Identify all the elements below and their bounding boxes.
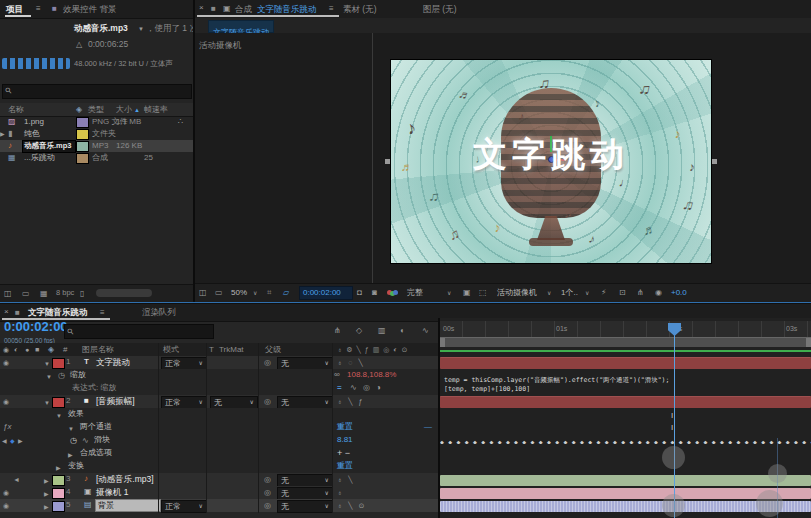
label-swatch[interactable] <box>52 397 65 408</box>
reset-link[interactable]: 重置 <box>337 421 353 433</box>
comp-options-buttons[interactable]: + − <box>337 447 350 459</box>
property-group-effects[interactable]: ▼ 效果 <box>0 408 438 421</box>
group-label[interactable]: 合成选项 <box>80 447 112 459</box>
playhead-line[interactable] <box>674 324 675 518</box>
layer-switches[interactable]: ♁╲⊙ <box>337 501 370 511</box>
stopwatch-icon[interactable]: ◷ <box>58 371 65 381</box>
slider-keyframes[interactable]: ◆ ◆ ◆ ◆ ◆ ◆ ◆ ◆ ◆ ◆ ◆ ◆ ◆ ◆ ◆ ◆ ◆ ◆ ◆ ◆ … <box>440 436 811 444</box>
zoom-chevron-icon[interactable]: ∨ <box>253 288 257 298</box>
work-area-bar[interactable] <box>440 337 811 347</box>
exposure-icon[interactable]: ◉ <box>655 288 662 298</box>
panel-menu-icon[interactable]: ≡ <box>36 4 41 14</box>
layer-row-background[interactable]: ◉ ▶ 5 ▤ 背景 正常∨ ◎ 无∨ ♁╲⊙ <box>0 499 438 512</box>
layer-name[interactable]: [音频振幅] <box>96 395 135 407</box>
layer-name[interactable]: 文字跳动 <box>96 356 130 368</box>
main-viewer-icon[interactable]: ▭ <box>215 288 223 298</box>
effect-row-both-channels[interactable]: ƒx ▼ 两个通道 重置 — <box>0 421 438 434</box>
eye-icon[interactable]: ◉ <box>3 397 9 407</box>
expression-link-icon[interactable]: ∞ <box>334 370 340 380</box>
expander-icon[interactable]: ▼ <box>56 411 62 421</box>
new-folder-icon[interactable]: ▭ <box>22 289 30 299</box>
roi-icon[interactable]: ▱ <box>283 288 289 298</box>
speaker-icon[interactable]: ◄ <box>13 475 20 485</box>
view-select[interactable]: 活动摄像机 <box>497 287 537 299</box>
expander-icon[interactable]: ▶ <box>44 489 49 499</box>
pickwhip-icon[interactable]: ◎ <box>264 397 271 407</box>
timeline-menu-icon[interactable]: ≡ <box>100 308 105 318</box>
property-row-slider[interactable]: ◀ ◆ ▶ ◷ ∿ 滑块 8.81 <box>0 434 438 447</box>
show-snapshot-icon[interactable]: ◙ <box>372 288 377 298</box>
viewer-menu-icon[interactable]: ≡ <box>329 4 334 14</box>
tab-effect-controls[interactable]: 效果控件 背景 <box>63 3 116 15</box>
layer-name-edit-field[interactable]: 背景 <box>95 499 161 512</box>
tab-timeline-active[interactable]: 文字随音乐跳动 <box>28 306 88 318</box>
label-swatch[interactable] <box>76 117 89 128</box>
tab-render-queue[interactable]: 渲染队列 <box>142 306 176 318</box>
expander-icon[interactable]: ▼ <box>44 359 50 369</box>
bpc-label[interactable]: 8 bpc <box>56 287 74 299</box>
project-row[interactable]: ▨ 1.png PNG 文件 1.1 MB ∴ <box>0 116 193 128</box>
fast-preview-icon[interactable]: ⚡ <box>601 288 607 298</box>
ruler-grid-icon[interactable]: ⌗ <box>267 288 272 298</box>
project-search-input[interactable] <box>2 84 192 99</box>
layer-name[interactable]: [动感音乐.mp3] <box>96 473 154 485</box>
expander-icon[interactable]: ▼ <box>68 424 74 434</box>
composition-mini-flowchart-icon[interactable]: ⋔ <box>334 326 341 336</box>
column-divider[interactable] <box>206 343 207 513</box>
label-swatch[interactable] <box>52 488 65 499</box>
col-parent[interactable]: 父级 <box>265 344 281 356</box>
footage-dropdown-icon[interactable]: ▼ <box>138 24 144 34</box>
track-area[interactable]: 00s 01s 02s 03s temp = thisComp.layer("音… <box>440 318 811 518</box>
layer-switches[interactable]: ♁◌╲ <box>337 358 369 368</box>
exposure-value[interactable]: +0.0 <box>671 287 687 299</box>
slider-value[interactable]: 8.81 <box>337 434 353 446</box>
target-region-icon[interactable]: ▣ <box>463 288 471 298</box>
layer-row-text[interactable]: ◉ ▼ 1 T 文字跳动 正常∨ ◎ 无∨ ♁◌╲ <box>0 356 438 369</box>
column-divider[interactable] <box>158 343 159 513</box>
eye-icon[interactable]: ◉ <box>3 358 9 368</box>
col-t[interactable]: T <box>209 344 214 356</box>
pickwhip-icon[interactable]: ◎ <box>264 488 271 498</box>
lock-icon[interactable]: ▣ <box>223 4 231 14</box>
tab-comp-name[interactable]: 文字随音乐跳动 <box>257 3 317 15</box>
layer-row-camera[interactable]: ◉ ▶ 4 ▣ 摄像机 1 ◎ 无∨ ♁ <box>0 486 438 499</box>
layer-bar-music[interactable] <box>440 475 811 486</box>
label-column-icon[interactable]: ◈ <box>76 105 82 115</box>
close-icon[interactable]: × <box>4 307 9 317</box>
stopwatch-icon[interactable]: ◷ <box>70 436 77 446</box>
channels-icon[interactable] <box>387 290 399 296</box>
label-swatch[interactable] <box>76 129 89 140</box>
layer-handle-left[interactable] <box>385 159 390 164</box>
group-label[interactable]: 变换 <box>68 460 84 472</box>
layout-select[interactable]: 1个.. <box>561 287 578 299</box>
property-group-comp-options[interactable]: ▶ 合成选项 + − <box>0 447 438 460</box>
scale-value[interactable]: 108.8,108.8% <box>347 369 396 381</box>
col-trkmat[interactable]: TrkMat <box>219 344 244 356</box>
label-swatch[interactable] <box>52 501 65 512</box>
view-label[interactable]: 活动摄像机 <box>199 39 242 51</box>
footage-name[interactable]: 动感音乐.mp3 <box>74 22 128 34</box>
pickwhip-icon[interactable]: ◎ <box>264 501 271 511</box>
property-row-expression[interactable]: 表达式: 缩放 = ∿ ◎ ◑ <box>0 382 438 395</box>
layer-bar-text[interactable] <box>440 357 811 369</box>
pickwhip-icon[interactable]: ◎ <box>264 358 271 368</box>
expander-icon[interactable]: ▶ <box>68 450 73 460</box>
layer-switches[interactable]: ♁╲ <box>337 475 358 485</box>
label-swatch[interactable] <box>76 153 89 164</box>
layer-row-music[interactable]: ◄ ▶ 3 ♪ [动感音乐.mp3] ◎ 无∨ ♁╲ <box>0 473 438 486</box>
col-name[interactable]: 名称 <box>8 104 24 116</box>
layer-name[interactable]: 摄像机 1 <box>96 486 129 498</box>
column-divider[interactable] <box>258 343 259 513</box>
expression-line2[interactable]: [temp, temp]+[100,100] <box>444 383 530 395</box>
layer-switches[interactable]: ♁╲ƒ <box>337 397 368 407</box>
trash-icon[interactable]: ▯ <box>80 289 84 299</box>
zoom-select[interactable]: 50% <box>231 287 247 299</box>
new-composition-icon[interactable]: ▦ <box>40 289 48 299</box>
label-swatch[interactable] <box>76 141 89 152</box>
layout-chevron-icon[interactable]: ∨ <box>585 288 589 298</box>
timeline-pane-splitter[interactable] <box>438 318 440 518</box>
draft-3d-icon[interactable]: ◇ <box>356 326 362 336</box>
resolution-select[interactable]: 完整 <box>407 287 423 299</box>
tab-footage[interactable]: 素材 (无) <box>343 3 377 15</box>
expression-label[interactable]: 表达式: 缩放 <box>72 382 116 394</box>
